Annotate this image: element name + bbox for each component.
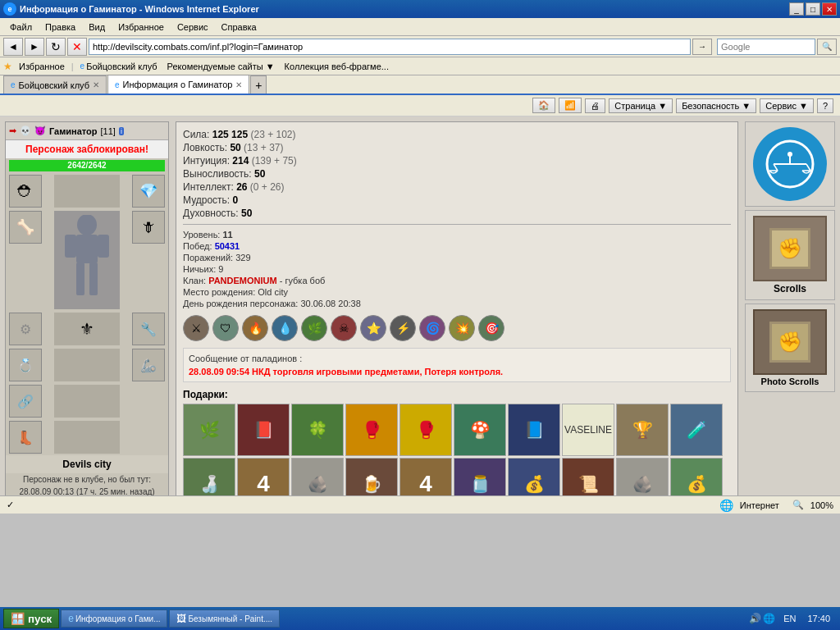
forward-button[interactable]: ► [25, 38, 44, 56]
tab-close-0[interactable]: ✕ [93, 80, 99, 89]
skill-10[interactable]: 💥 [449, 315, 475, 341]
gift-5[interactable]: 🥊 [399, 404, 452, 456]
gift-8[interactable]: VASELINE [562, 404, 614, 456]
scrolls-widget[interactable]: ✊ Scrolls [745, 210, 835, 300]
favorites-label[interactable]: Избранное [16, 61, 68, 72]
skill-2[interactable]: 🛡 [212, 315, 239, 341]
menu-edit[interactable]: Правка [39, 21, 82, 34]
gift-11[interactable]: 🍶 [183, 458, 235, 495]
clan-name[interactable]: PANDEMONIUM [208, 276, 277, 285]
gift-1[interactable]: 🌿 [183, 404, 235, 456]
close-button[interactable]: ✕ [822, 2, 837, 16]
eq-bracers[interactable]: 🦾 [132, 349, 165, 381]
menu-help[interactable]: Справка [215, 21, 263, 34]
gift-14[interactable]: 🍺 [345, 458, 398, 495]
safety-button[interactable]: Безопасность ▼ [676, 98, 756, 113]
svg-line-11 [806, 164, 810, 171]
maximize-button[interactable]: □ [806, 2, 820, 16]
gift-4[interactable]: 🥊 [345, 404, 398, 456]
gift-9[interactable]: 🏆 [616, 404, 669, 456]
spirit-label: Духовность: [183, 208, 239, 219]
skill-6[interactable]: ☠ [331, 315, 357, 341]
menu-view[interactable]: Вид [82, 21, 112, 34]
intuition-val: 214 [232, 155, 251, 167]
gift-13[interactable]: 🪨 [291, 458, 344, 495]
gift-7[interactable]: 📘 [508, 404, 560, 456]
eq-left-hand[interactable]: ⚙ [9, 313, 42, 345]
gift-10[interactable]: 🧪 [670, 404, 723, 456]
skill-3[interactable]: 🔥 [242, 315, 268, 341]
gift-2[interactable]: 📕 [237, 404, 290, 456]
eq-ring[interactable]: 💍 [9, 349, 42, 381]
tab-0[interactable]: e Бойцовский клуб ✕ [3, 75, 107, 94]
tab-close-1[interactable]: ✕ [235, 80, 242, 89]
tab-1[interactable]: e Информация о Гаминатор ✕ [107, 75, 249, 94]
eq-right-arm[interactable]: 🗡 [132, 211, 165, 244]
hp-bar: 2642/2642 [9, 160, 165, 171]
skill-9[interactable]: 🌀 [419, 315, 445, 341]
globe-icon: 🌐 [719, 499, 733, 512]
eq-belt[interactable]: 🔗 [9, 385, 42, 418]
gift-12[interactable]: 4 [237, 458, 290, 495]
back-button[interactable]: ◄ [3, 38, 23, 56]
libra-widget[interactable] [745, 121, 835, 207]
eq-boots-left[interactable]: 👢 [9, 421, 42, 454]
fav-item-1[interactable]: e Бойцовский клуб [77, 61, 161, 72]
eq-amulet[interactable]: 💎 [132, 175, 165, 208]
refresh-button[interactable]: ↻ [46, 38, 66, 56]
dexterity-val: 50 [230, 142, 244, 153]
skill-5[interactable]: 🌿 [301, 315, 327, 341]
minimize-button[interactable]: _ [789, 2, 804, 16]
stat-wisdom: Мудрость: 0 [183, 194, 731, 206]
skill-7[interactable]: ⭐ [360, 315, 386, 341]
losses-row: Поражений: 329 [183, 253, 731, 262]
intellect-label: Интеллект: [183, 181, 234, 193]
fav-collection[interactable]: Коллекция веб-фрагме... [281, 61, 392, 72]
gift-3[interactable]: 🍀 [291, 404, 344, 456]
gift-6[interactable]: 🍄 [454, 404, 506, 456]
gift-18[interactable]: 📜 [562, 458, 614, 495]
go-button[interactable]: → [692, 39, 712, 55]
print-button[interactable]: 🖨 [585, 98, 605, 113]
tools-button[interactable]: Сервис ▼ [760, 98, 814, 113]
gift-17[interactable]: 💰 [508, 458, 560, 495]
gifts-section: Подарки: 🌿 📕 🍀 🥊 🥊 🍄 📘 VASELINE 🏆 🧪 🍶 4 [183, 389, 731, 495]
search-input[interactable] [717, 39, 815, 55]
gift-20[interactable]: 💰 [670, 458, 723, 495]
new-tab-button[interactable]: + [250, 75, 267, 94]
svg-point-0 [77, 215, 97, 235]
char-name[interactable]: Гаминатор [49, 126, 98, 136]
address-input[interactable] [89, 39, 691, 55]
skill-1[interactable]: ⚔ [183, 315, 209, 341]
eq-left-arm[interactable]: 🦴 [9, 211, 42, 244]
page-button[interactable]: Страница ▼ [609, 98, 673, 113]
clan-suffix: - губка боб [280, 276, 326, 285]
gift-19[interactable]: 🪨 [616, 458, 669, 495]
search-go-button[interactable]: 🔍 [817, 39, 837, 55]
fav-recommended[interactable]: Рекомендуемые сайты ▼ [164, 61, 278, 72]
gift-15[interactable]: 4 [399, 458, 452, 495]
skill-4[interactable]: 💧 [272, 315, 298, 341]
skill-8[interactable]: ⚡ [390, 315, 416, 341]
dexterity-label: Ловкость: [183, 142, 227, 153]
eq-helmet[interactable]: ⛑ [9, 175, 42, 208]
draws-num: 9 [218, 264, 223, 274]
menu-favorites[interactable]: Избранное [112, 21, 171, 34]
skill-11[interactable]: 🎯 [478, 315, 504, 341]
hp-text: 2642/2642 [9, 160, 165, 171]
eq-chest-emblem: ⚜ [54, 313, 120, 345]
rss-button[interactable]: 📶 [559, 98, 582, 113]
home-button[interactable]: 🏠 [532, 98, 555, 113]
gift-16[interactable]: 🫙 [454, 458, 506, 495]
svg-point-13 [788, 152, 792, 157]
menu-tools[interactable]: Сервис [171, 21, 215, 34]
photo-scrolls-widget[interactable]: ✊ Photo Scrolls [745, 304, 835, 392]
menu-file[interactable]: Файл [3, 21, 39, 34]
libra-svg [765, 139, 815, 189]
dexterity-bonus: (13 + 37) [244, 142, 283, 153]
stop-button[interactable]: ✕ [67, 38, 87, 56]
eq-right-hand[interactable]: 🔧 [132, 313, 165, 345]
svg-rect-3 [98, 235, 109, 258]
help-button[interactable]: ? [817, 98, 833, 113]
ie-icon: e [80, 62, 85, 71]
